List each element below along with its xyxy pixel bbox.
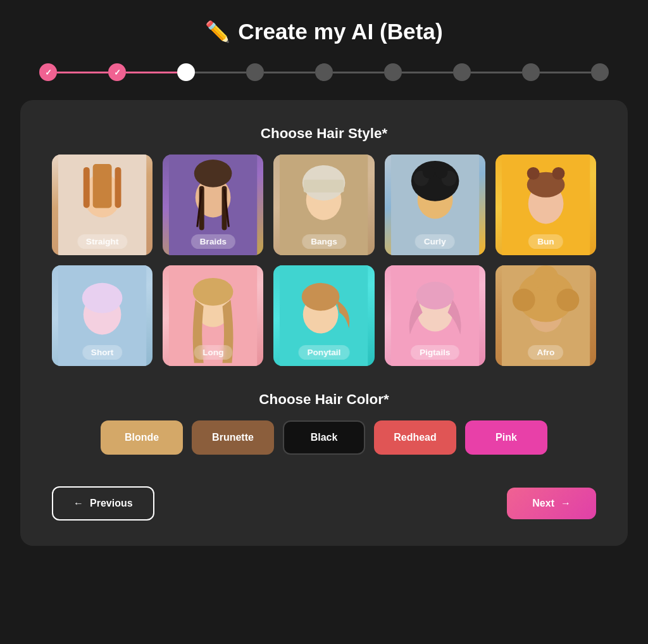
ponytail-label: Ponytail xyxy=(299,345,350,360)
progress-line-1-2 xyxy=(57,72,108,73)
svg-point-43 xyxy=(513,289,535,312)
svg-point-33 xyxy=(193,278,234,306)
svg-point-22 xyxy=(435,166,447,179)
long-label: Long xyxy=(194,345,232,360)
progress-line-3-4 xyxy=(195,72,246,73)
progress-line-4-5 xyxy=(264,72,315,73)
arrow-right-icon: → xyxy=(561,498,571,509)
hair-style-curly[interactable]: Curly xyxy=(385,155,485,255)
progress-step-3 xyxy=(177,63,195,81)
svg-rect-2 xyxy=(93,164,112,208)
next-label: Next xyxy=(532,498,554,509)
svg-point-7 xyxy=(194,160,232,187)
progress-step-5 xyxy=(315,63,333,81)
afro-label: Afro xyxy=(528,345,563,360)
color-brunette-button[interactable]: Brunette xyxy=(192,420,274,455)
hair-style-long[interactable]: Long xyxy=(163,265,263,366)
progress-line-2-3 xyxy=(126,72,177,73)
svg-point-26 xyxy=(527,167,540,180)
bangs-label: Bangs xyxy=(302,234,346,249)
hair-color-buttons: Blonde Brunette Black Redhead Pink xyxy=(52,420,596,455)
progress-line-6-7 xyxy=(402,72,453,73)
main-card: Choose Hair Style* Straight xyxy=(20,100,628,546)
progress-line-5-6 xyxy=(333,72,384,73)
svg-point-39 xyxy=(416,282,454,310)
hair-style-straight[interactable]: Straight xyxy=(52,155,153,255)
bun-label: Bun xyxy=(528,234,563,249)
progress-step-2: ✓ xyxy=(108,63,126,81)
hair-style-short[interactable]: Short xyxy=(52,265,153,366)
progress-step-4 xyxy=(246,63,264,81)
svg-point-44 xyxy=(556,289,579,312)
pigtails-label: Pigtails xyxy=(411,345,459,360)
curly-label: Curly xyxy=(415,234,455,249)
straight-label: Straight xyxy=(77,234,127,249)
progress-line-7-8 xyxy=(471,72,522,73)
svg-point-21 xyxy=(422,166,435,179)
navigation-buttons: ← Previous Next → xyxy=(52,486,596,521)
svg-point-27 xyxy=(552,167,564,180)
progress-line-8-9 xyxy=(540,72,591,73)
svg-rect-4 xyxy=(115,167,121,208)
progress-step-8 xyxy=(522,63,540,81)
previous-label: Previous xyxy=(90,498,133,509)
hair-style-bangs[interactable]: Bangs xyxy=(273,155,374,255)
svg-rect-15 xyxy=(304,180,344,193)
arrow-left-icon: ← xyxy=(73,498,84,509)
hair-style-afro[interactable]: Afro xyxy=(495,265,596,366)
hair-color-section: Choose Hair Color* Blonde Brunette Black… xyxy=(52,391,596,455)
progress-step-9 xyxy=(591,63,609,81)
progress-step-7 xyxy=(453,63,471,81)
hair-style-bun[interactable]: Bun xyxy=(495,155,596,255)
pencil-icon: ✏️ xyxy=(205,20,230,44)
svg-rect-3 xyxy=(84,167,90,208)
svg-point-45 xyxy=(533,265,558,291)
hair-color-title: Choose Hair Color* xyxy=(52,391,596,408)
previous-button[interactable]: ← Previous xyxy=(52,486,154,521)
hair-style-pigtails[interactable]: Pigtails xyxy=(385,265,485,366)
color-redhead-button[interactable]: Redhead xyxy=(374,420,456,455)
next-button[interactable]: Next → xyxy=(507,488,596,519)
progress-step-1: ✓ xyxy=(39,63,57,81)
hair-style-grid: Straight Braids xyxy=(52,155,596,366)
hair-style-ponytail[interactable]: Ponytail xyxy=(273,265,374,366)
color-pink-button[interactable]: Pink xyxy=(465,420,547,455)
svg-point-36 xyxy=(302,283,340,311)
hair-style-title: Choose Hair Style* xyxy=(52,125,596,142)
hair-style-section: Choose Hair Style* Straight xyxy=(52,125,596,366)
hair-style-braids[interactable]: Braids xyxy=(163,155,263,255)
svg-point-30 xyxy=(82,283,123,313)
page-title: ✏️ Create my AI (Beta) xyxy=(205,19,442,44)
short-label: Short xyxy=(82,345,123,360)
braids-label: Braids xyxy=(191,234,235,249)
color-blonde-button[interactable]: Blonde xyxy=(101,420,183,455)
progress-step-6 xyxy=(384,63,402,81)
color-black-button[interactable]: Black xyxy=(283,420,365,455)
progress-bar: ✓ ✓ xyxy=(20,63,628,81)
